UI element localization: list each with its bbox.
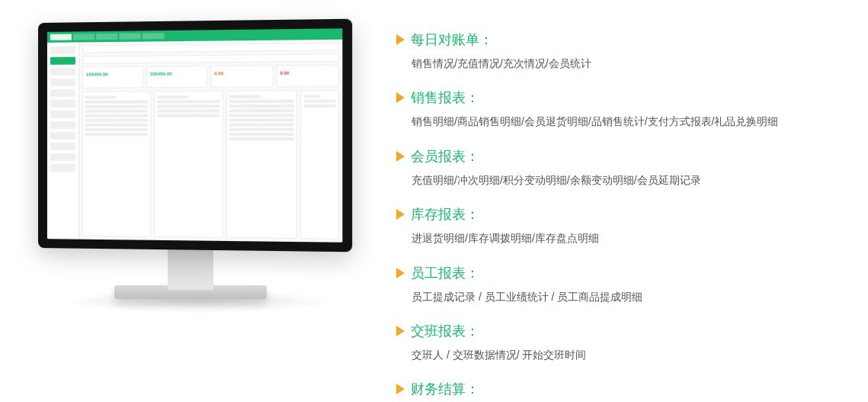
feature-item: 交班报表： 交班人 / 交班数据情况/ 开始交班时间 [396,322,838,363]
sidebar-item [50,79,75,86]
stat-value: 106456.00 [146,66,207,81]
stat-card: 0.00 [210,66,273,88]
text-line [85,110,148,113]
text-line [229,109,293,112]
feature-desc: 进退货明细/库存调拨明细/库存盘点明细 [412,230,838,246]
monitor-screen: 106456.00 106456.00 0.00 0.00 [47,28,342,242]
feature-head: 员工报表： [396,264,838,282]
feature-desc: 充值明细/冲次明细/积分变动明细/余额变动明细/会员延期记录 [412,172,838,188]
app-tab [143,33,165,39]
arrow-icon [396,326,405,336]
summary-panel [226,90,297,239]
text-line [85,100,148,103]
stat-card: 0.00 [276,65,339,87]
feature-item: 会员报表： 充值明细/冲次明细/积分变动明细/余额变动明细/会员延期记录 [396,147,838,188]
text-line [229,124,293,127]
feature-title: 库存报表： [411,205,479,224]
sidebar-item [50,121,75,129]
feature-list: 每日对账单： 销售情况/充值情况/充次情况/会员统计 销售报表： 销售明细/商品… [396,23,838,402]
feature-title: 会员报表： [411,147,479,166]
text-line [303,105,336,108]
arrow-icon [396,151,405,162]
app-sidebar [47,42,79,239]
feature-desc: 员工提成记录 / 员工业绩统计 / 员工商品提成明细 [412,288,838,305]
text-line [229,128,293,131]
feature-item: 每日对账单： 销售情况/充值情况/充次情况/会员统计 [396,31,838,72]
sidebar-item [50,68,75,76]
app-body: 106456.00 106456.00 0.00 0.00 [47,40,342,243]
text-line [157,95,188,98]
monitor-mockup: 106456.00 106456.00 0.00 0.00 [30,23,351,313]
stat-cards: 106456.00 106456.00 0.00 0.00 [82,65,339,88]
feature-item: 财务结算： 消费详情 / 充值详情 / 充次详情 [396,380,838,402]
text-line [229,114,293,117]
feature-item: 销售报表： 销售明细/商品销售明细/会员退货明细/品销售统计/支付方式报表/礼品… [396,88,838,130]
feature-head: 会员报表： [396,147,838,166]
feature-head: 每日对账单： [396,31,838,49]
feature-item: 员工报表： 员工提成记录 / 员工业绩统计 / 员工商品提成明细 [396,264,838,305]
sidebar-item [50,100,75,108]
text-line [303,95,319,98]
text-line [229,105,293,108]
app-filterbar [82,53,339,63]
summary-panel [300,90,339,240]
text-line [229,133,293,136]
feature-head: 库存报表： [396,205,838,224]
panel-row [82,90,339,240]
text-line [85,128,148,131]
feature-title: 交班报表： [411,322,479,340]
sidebar-item [50,153,75,161]
arrow-icon [396,268,405,278]
feature-title: 每日对账单： [411,31,493,49]
feature-title: 销售报表： [411,88,479,107]
feature-title: 员工报表： [411,264,479,282]
stat-card: 106456.00 [82,66,143,88]
feature-desc: 交班人 / 交班数据情况/ 开始交班时间 [412,346,838,363]
text-line [85,124,148,127]
arrow-icon [396,92,405,103]
summary-panel [154,91,223,238]
app-toolbar [82,43,339,53]
feature-head: 交班报表： [396,322,838,340]
text-line [85,114,148,117]
text-line [157,114,220,117]
sidebar-item [50,132,75,140]
text-line [303,99,336,102]
feature-desc: 销售情况/充值情况/充次情况/会员统计 [412,55,838,72]
sidebar-item [50,57,75,65]
text-line [157,109,220,112]
text-line [157,100,220,103]
sidebar-item [50,89,75,97]
feature-head: 销售报表： [396,88,838,107]
text-line [229,118,293,121]
feature-title: 财务结算： [411,380,479,398]
app-tab [119,33,140,39]
sidebar-item [50,164,75,172]
stat-value: 106456.00 [83,67,142,82]
text-line [229,100,293,103]
text-line [85,96,117,99]
feature-head: 财务结算： [396,380,838,398]
feature-desc: 销售明细/商品销售明细/会员退货明细/品销售统计/支付方式报表/礼品兑换明细 [412,113,838,130]
text-line [229,95,261,98]
sidebar-item [50,47,75,54]
app-tab [50,34,72,40]
feature-item: 库存报表： 进退货明细/库存调拨明细/库存盘点明细 [396,205,838,246]
text-line [229,137,293,140]
app-main: 106456.00 106456.00 0.00 0.00 [79,40,342,243]
app-tab [96,34,117,40]
arrow-icon [396,209,405,220]
stat-card: 106456.00 [146,66,207,88]
text-line [85,105,148,108]
monitor-frame: 106456.00 106456.00 0.00 0.00 [38,19,352,252]
stat-value: 0.00 [277,66,338,80]
page-container: 106456.00 106456.00 0.00 0.00 [0,0,868,402]
text-line [157,105,220,108]
app-tab [73,34,94,40]
sidebar-item [50,111,75,118]
sidebar-item [50,143,75,150]
arrow-icon [396,384,405,394]
text-line [85,133,148,136]
arrow-icon [396,34,405,45]
text-line [85,119,148,122]
